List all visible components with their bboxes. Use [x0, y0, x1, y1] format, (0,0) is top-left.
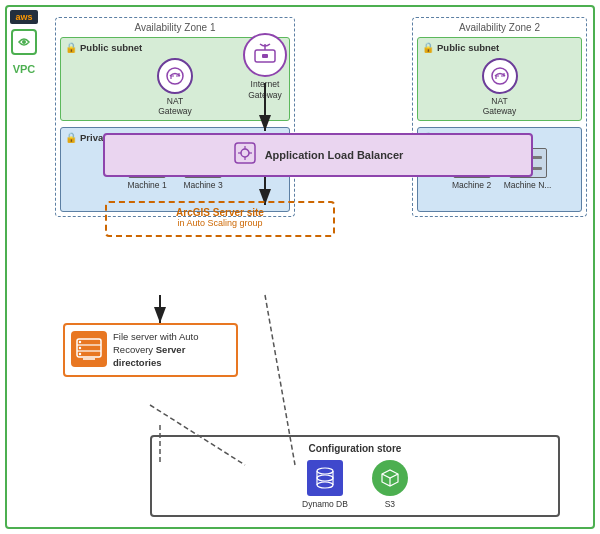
dynamo-db-item: Dynamo DB	[302, 460, 348, 509]
svg-point-18	[317, 468, 333, 474]
svg-point-17	[79, 353, 81, 355]
az2-label: Availability Zone 2	[417, 22, 582, 33]
lock-icon-pub-z2: 🔒	[422, 42, 434, 53]
public-subnet-z2: 🔒 Public subnet NATGateway	[417, 37, 582, 121]
main-container: aws VPC Availability Zone 1 🔒 Public sub…	[5, 5, 595, 529]
svg-rect-5	[262, 54, 268, 58]
fileserver-box: File server with Auto Recovery Server di…	[63, 323, 238, 377]
arcgis-site-box: ArcGIS Server site in Auto Scaling group	[105, 201, 335, 237]
igw-label: InternetGateway	[248, 79, 282, 101]
config-store: Configuration store Dynamo DB	[150, 435, 560, 517]
fileserver-text: File server with Auto Recovery Server di…	[113, 331, 230, 369]
svg-point-3	[492, 68, 508, 84]
machine-n-label: Machine N...	[504, 180, 552, 190]
nat-icon-z2	[482, 58, 518, 94]
s3-icon	[372, 460, 408, 496]
svg-point-7	[241, 149, 249, 157]
config-store-label: Configuration store	[309, 443, 402, 454]
nat-gateway-z2-wrap: NATGateway	[422, 58, 577, 116]
config-icons-row: Dynamo DB S3	[302, 460, 408, 509]
arcgis-site-sublabel: in Auto Scaling group	[113, 218, 327, 228]
pub-subnet-z2-label: Public subnet	[437, 42, 499, 53]
vpc-icon	[10, 28, 38, 61]
machine-3-label: Machine 3	[183, 180, 222, 190]
lock-icon-priv-z1: 🔒	[65, 132, 77, 143]
dynamo-db-label: Dynamo DB	[302, 499, 348, 509]
pub-subnet-z2-header: 🔒 Public subnet	[422, 42, 577, 53]
nat-icon-z1	[157, 58, 193, 94]
lock-icon-pub-z1: 🔒	[65, 42, 77, 53]
arcgis-site-label: ArcGIS Server site	[113, 207, 327, 218]
svg-point-16	[79, 347, 81, 349]
igw-icon	[243, 33, 287, 77]
dynamo-icon	[307, 460, 343, 496]
vpc-label: aws VPC	[10, 10, 38, 75]
machine-2-label: Machine 2	[452, 180, 491, 190]
alb-icon	[233, 141, 257, 169]
availability-zone-2: Availability Zone 2 🔒 Public subnet	[412, 17, 587, 217]
pub-subnet-z1-label: Public subnet	[80, 42, 142, 53]
aws-logo: aws	[10, 10, 38, 24]
nat-label-z1: NATGateway	[158, 96, 192, 116]
s3-label: S3	[385, 499, 395, 509]
svg-point-19	[317, 482, 333, 488]
svg-point-15	[79, 341, 81, 343]
machine-1-label: Machine 1	[127, 180, 166, 190]
fileserver-icon	[71, 331, 107, 367]
nat-gateway-z1: NATGateway	[157, 58, 193, 116]
svg-point-2	[167, 68, 183, 84]
nat-label-z2: NATGateway	[483, 96, 517, 116]
nat-gateway-z2: NATGateway	[482, 58, 518, 116]
internet-gateway: InternetGateway	[243, 33, 287, 101]
svg-point-20	[317, 475, 333, 481]
s3-item: S3	[372, 460, 408, 509]
alb-label: Application Load Balancer	[265, 149, 404, 161]
alb-box: Application Load Balancer	[103, 133, 533, 177]
svg-point-1	[22, 40, 26, 44]
az1-label: Availability Zone 1	[60, 22, 290, 33]
vpc-text: VPC	[13, 63, 36, 75]
